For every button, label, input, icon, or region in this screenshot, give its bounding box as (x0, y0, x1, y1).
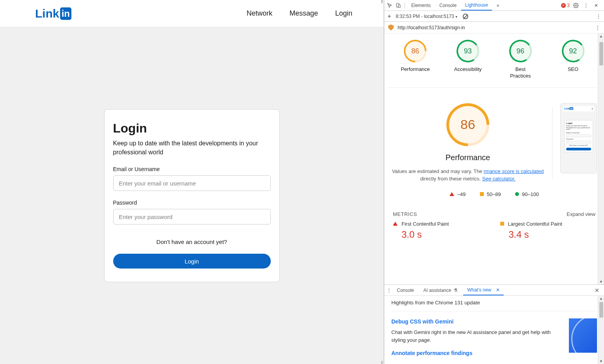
email-input[interactable] (113, 175, 271, 191)
triangle-red-icon (449, 192, 454, 196)
drawer-kebab-icon[interactable]: ⋮ (387, 288, 391, 293)
metric-lcp: Largest Contentful Paint 3.4 s (500, 221, 596, 240)
gauge-accessibility[interactable]: 93 Accessibility (452, 40, 483, 80)
password-label: Password (113, 200, 271, 206)
logo-box: in (60, 7, 71, 20)
gauge-performance[interactable]: 86 Performance (400, 40, 431, 80)
square-orange-icon (500, 222, 504, 226)
password-input[interactable] (113, 209, 271, 224)
app-header: Linkin Network Message Login (0, 0, 384, 27)
url-kebab-icon[interactable]: ⋮ (595, 25, 600, 30)
scrollbar-thumb[interactable] (599, 302, 603, 318)
device-icon[interactable] (394, 2, 402, 9)
promo-image (569, 318, 597, 353)
card-subtitle: Keep up to date with the latest developm… (113, 139, 271, 157)
lighthouse-report[interactable]: 86 Performance 93 Accessibility 96 Best … (384, 34, 604, 284)
report-dropdown[interactable]: 8:32:53 PM - localhost:5173▼ (396, 14, 458, 19)
metrics-header: METRICS Expand view (387, 206, 601, 221)
gauge-seo[interactable]: 92 SEO (558, 40, 589, 80)
perf-title: Performance (391, 153, 544, 162)
clear-icon[interactable] (463, 14, 468, 19)
gauge-row: 86 Performance 93 Accessibility 96 Best … (387, 40, 601, 88)
square-orange-icon (480, 192, 484, 196)
app-body: Login Keep up to date with the latest de… (0, 27, 384, 364)
close-drawer-icon[interactable]: ✕ (592, 287, 602, 293)
scroll-up-icon[interactable]: ▲ (599, 296, 603, 301)
drawer-scrollbar[interactable]: ▲ ▼ (598, 296, 604, 364)
drawer-body: Highlights from the Chrome 131 update De… (384, 296, 604, 364)
login-button[interactable]: Login (113, 254, 271, 269)
logo[interactable]: Linkin (35, 7, 71, 20)
email-label: Email or Username (113, 166, 271, 172)
flask-icon: ⚗ (453, 288, 458, 293)
app-viewport: Linkin Network Message Login Login Keep … (0, 0, 384, 364)
tab-lighthouse[interactable]: Lighthouse (461, 0, 492, 11)
settings-icon[interactable] (572, 2, 580, 9)
drawer-tabs: ⋮ Console AI assistance⚗ What's new✕ ✕ (384, 285, 604, 296)
devtools-tabs: Elements Console Lighthouse » ✕3 ⋮ ✕ (384, 0, 604, 11)
triangle-red-icon (393, 222, 398, 226)
nav-network[interactable]: Network (247, 9, 272, 18)
performance-detail: 86 Performance Values are estimated and … (387, 88, 601, 187)
scroll-down-icon[interactable]: ▼ (599, 279, 603, 284)
viewport-scroll-up-icon[interactable] (381, 0, 383, 3)
new-report-icon[interactable]: + (387, 13, 391, 20)
page-thumbnail: Linkin≡ Login Keep up to date with the l… (560, 103, 597, 173)
lighthouse-url-bar: http://localhost:5173/auth/sign-in ⋮ (384, 22, 604, 34)
expand-view-link[interactable]: Expand view (567, 211, 595, 217)
chevron-down-icon: ▼ (455, 15, 458, 19)
login-card: Login Keep up to date with the latest de… (104, 109, 280, 282)
big-gauge-performance: 86 (446, 103, 489, 146)
close-tab-icon[interactable]: ✕ (496, 287, 500, 293)
lh-kebab-icon[interactable]: ⋮ (596, 14, 601, 19)
promo-text-1: Chat with Gemini right in the new AI ass… (391, 329, 561, 344)
report-scrollbar[interactable]: ▲ ▼ (598, 34, 604, 284)
promo-heading-1[interactable]: Debug CSS with Gemini (391, 318, 561, 325)
nav-message[interactable]: Message (290, 9, 318, 18)
perf-desc: Values are estimated and may vary. The r… (391, 168, 544, 183)
scrollbar-thumb[interactable] (599, 42, 603, 65)
perf-score-link[interactable]: rmance score is calculated (483, 168, 544, 174)
error-badge[interactable]: ✕3 (561, 3, 570, 8)
metrics-list: First Contentful Paint 3.0 s Largest Con… (387, 221, 601, 247)
drawer-tab-console[interactable]: Console (393, 285, 418, 295)
nav: Network Message Login (247, 9, 352, 18)
calculator-link[interactable]: See calculator. (482, 176, 515, 182)
lighthouse-toolbar: + 8:32:53 PM - localhost:5173▼ ⋮ (384, 11, 604, 22)
divider (552, 107, 552, 179)
no-account-link[interactable]: Don't have an account yet? (113, 239, 271, 245)
svg-rect-1 (398, 5, 400, 7)
devtools-drawer: ⋮ Console AI assistance⚗ What's new✕ ✕ H… (384, 284, 604, 364)
logo-text: Link (35, 7, 59, 20)
score-scale: –49 50–89 90–100 (387, 187, 601, 206)
url-text: http://localhost:5173/auth/sign-in (398, 25, 465, 30)
card-title: Login (113, 121, 271, 136)
error-dot-icon: ✕ (561, 3, 566, 8)
tab-more[interactable]: » (493, 0, 503, 11)
inspect-icon[interactable] (386, 2, 394, 9)
nav-login[interactable]: Login (335, 9, 352, 18)
highlights-line: Highlights from the Chrome 131 update (391, 300, 597, 311)
drawer-tab-whatsnew[interactable]: What's new✕ (463, 285, 504, 295)
shield-icon (388, 25, 394, 31)
scroll-up-icon[interactable]: ▲ (599, 34, 603, 39)
kebab-icon[interactable]: ⋮ (582, 2, 590, 9)
metric-fcp: First Contentful Paint 3.0 s (393, 221, 489, 240)
svg-point-2 (575, 5, 577, 6)
promo-heading-2[interactable]: Annotate performance findings (391, 350, 561, 356)
divider (405, 2, 405, 9)
devtools: Elements Console Lighthouse » ✕3 ⋮ ✕ + 8… (384, 0, 604, 364)
drawer-tab-ai[interactable]: AI assistance⚗ (419, 285, 462, 295)
scroll-down-icon[interactable]: ▼ (599, 359, 603, 364)
tab-elements[interactable]: Elements (407, 0, 435, 11)
error-count: 3 (567, 3, 570, 8)
promo-block: Debug CSS with Gemini Chat with Gemini r… (391, 318, 597, 360)
circle-green-icon (515, 192, 519, 196)
viewport-scroll-down-icon[interactable] (381, 361, 383, 364)
close-devtools-icon[interactable]: ✕ (592, 2, 600, 9)
tab-console[interactable]: Console (435, 0, 460, 11)
gauge-best-practices[interactable]: 96 Best Practices (505, 40, 536, 80)
